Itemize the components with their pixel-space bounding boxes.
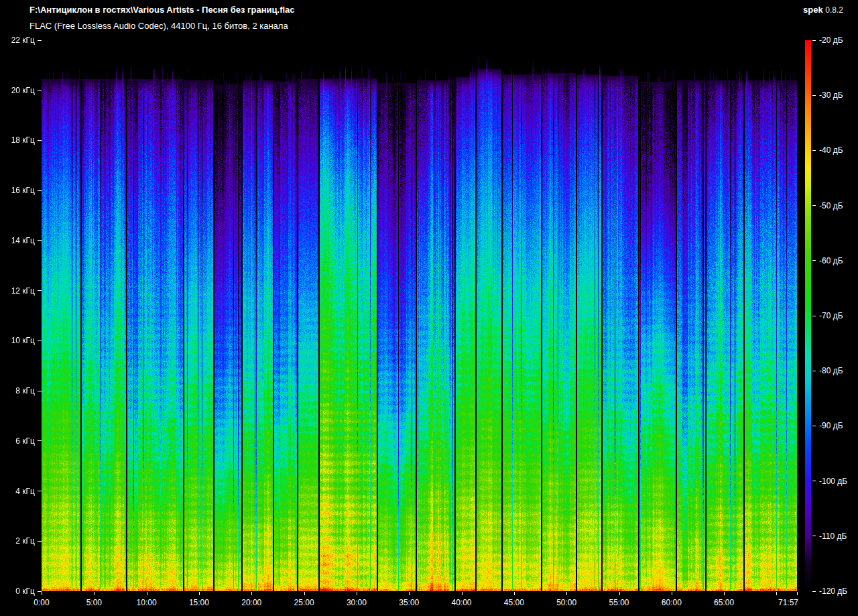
level-tick-label: -90 дБ	[819, 422, 843, 430]
time-tick-label: 25:00	[284, 599, 324, 607]
freq-tick-label: 2 кГц	[0, 537, 35, 545]
freq-tick-label: 8 кГц	[0, 387, 35, 395]
level-tick	[812, 150, 816, 151]
time-tick-label: 55:00	[599, 599, 639, 607]
freq-tick	[38, 140, 42, 141]
level-tick-label: -40 дБ	[819, 146, 843, 154]
freq-tick	[38, 541, 42, 542]
level-tick-label: -100 дБ	[819, 477, 847, 485]
time-tick-label: 45:00	[494, 599, 534, 607]
time-tick-label: 50:00	[546, 599, 587, 607]
file-title: F:\Антициклон в гостях\Various Artists -…	[29, 5, 295, 15]
legend-colorbar	[805, 40, 811, 591]
time-tick-label: 71:57	[768, 599, 808, 607]
level-tick	[812, 481, 816, 481]
time-tick-label: 40:00	[442, 599, 482, 607]
time-tick	[94, 592, 95, 595]
level-tick-label: -80 дБ	[819, 367, 843, 375]
freq-tick-label: 10 кГц	[0, 336, 35, 345]
level-tick-label: -50 дБ	[819, 202, 843, 210]
freq-tick	[38, 240, 42, 241]
level-tick	[812, 260, 816, 261]
time-tick-label: 0:00	[21, 599, 62, 607]
time-tick-label: 60:00	[652, 599, 692, 607]
level-tick	[812, 205, 816, 206]
level-tick	[812, 95, 816, 96]
level-tick	[812, 536, 816, 536]
level-tick	[812, 426, 816, 426]
time-tick	[724, 592, 725, 595]
time-tick	[566, 592, 567, 595]
freq-tick-label: 16 кГц	[0, 186, 35, 194]
freq-tick	[38, 190, 42, 191]
time-tick	[619, 592, 620, 595]
time-tick	[304, 592, 305, 595]
level-tick-label: -60 дБ	[819, 257, 843, 265]
freq-tick	[38, 491, 42, 491]
time-tick	[42, 592, 42, 595]
level-tick	[812, 591, 816, 592]
level-tick-label: -120 дБ	[819, 587, 847, 595]
file-info: FLAC (Free Lossless Audio Codec), 44100 …	[29, 21, 288, 31]
spectrogram-canvas	[42, 40, 797, 591]
time-tick-label: 35:00	[389, 599, 429, 607]
freq-tick	[38, 290, 42, 291]
freq-tick-label: 14 кГц	[0, 237, 35, 245]
freq-tick-label: 22 кГц	[0, 36, 35, 44]
time-tick-label: 5:00	[74, 599, 114, 607]
time-tick	[672, 592, 672, 595]
freq-tick	[38, 40, 42, 41]
spek-window: F:\Антициклон в гостях\Various Artists -…	[0, 0, 858, 616]
level-tick	[812, 40, 816, 41]
freq-tick-label: 0 кГц	[0, 587, 35, 595]
level-tick-label: -30 дБ	[819, 91, 843, 99]
level-tick	[812, 371, 816, 371]
time-tick	[357, 592, 357, 595]
level-tick-label: -20 дБ	[819, 36, 843, 44]
time-tick	[147, 592, 147, 595]
time-tick	[199, 592, 200, 595]
freq-tick	[38, 391, 42, 391]
freq-tick-label: 12 кГц	[0, 287, 35, 295]
freq-tick-label: 6 кГц	[0, 437, 35, 445]
app-version: 0.8.2	[825, 5, 843, 15]
time-tick	[514, 592, 515, 595]
app-name: spek	[803, 5, 823, 15]
freq-tick-label: 4 кГц	[0, 487, 35, 495]
level-tick	[812, 316, 816, 316]
time-tick	[409, 592, 410, 595]
freq-tick-label: 20 кГц	[0, 86, 35, 95]
time-tick-label: 10:00	[127, 599, 167, 607]
level-tick-label: -110 дБ	[819, 532, 847, 540]
time-tick-label: 30:00	[336, 599, 377, 607]
app-brand: spek 0.8.2	[803, 5, 843, 15]
time-tick-label: 15:00	[179, 599, 219, 607]
time-tick	[462, 592, 463, 595]
freq-tick-label: 18 кГц	[0, 136, 35, 144]
freq-tick	[38, 90, 42, 90]
freq-tick	[38, 341, 42, 341]
time-tick	[251, 592, 252, 595]
level-tick-label: -70 дБ	[819, 312, 843, 320]
freq-tick	[38, 440, 42, 441]
time-tick	[797, 592, 798, 595]
time-tick	[776, 592, 777, 595]
time-tick-label: 20:00	[231, 599, 271, 607]
time-tick-label: 65:00	[704, 599, 744, 607]
